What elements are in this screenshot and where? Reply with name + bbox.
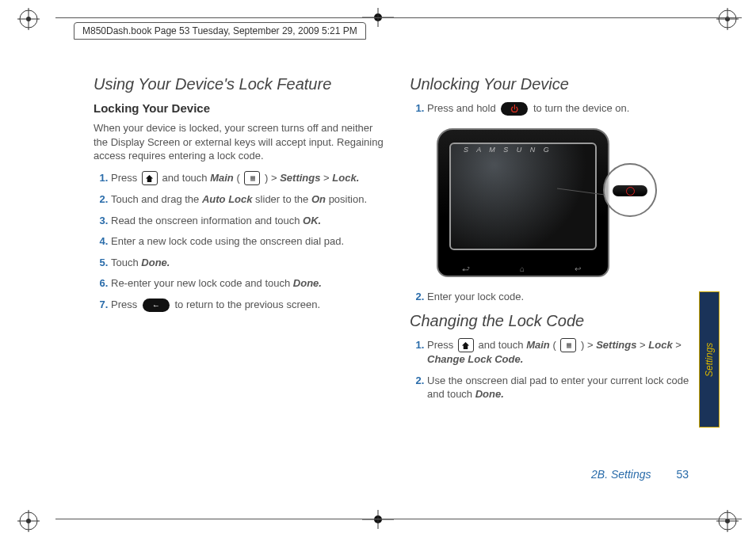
- page-root: M850Dash.book Page 53 Tuesday, September…: [0, 0, 756, 540]
- menu-main-label: Main: [526, 339, 550, 351]
- right-column: Unlocking Your Device Press and hold ⏻ t…: [410, 75, 701, 469]
- text: Re-enter your new lock code and touch: [111, 277, 293, 289]
- main-grid-icon: ▦: [244, 171, 260, 185]
- home-icon: [458, 338, 474, 352]
- phone-soft-keys: ⮐⌂↩: [462, 264, 581, 279]
- text: and touch: [478, 339, 526, 351]
- menu-lock-label: Lock.: [332, 172, 359, 184]
- footer-section-label: 2B. Settings: [591, 468, 651, 481]
- crop-mark-top-right: [716, 8, 739, 30]
- section-heading-lock-feature: Using Your Device's Lock Feature: [94, 75, 384, 93]
- text: to turn the device on.: [533, 102, 629, 114]
- unlocking-step-1: Press and hold ⏻ to turn the device on.: [427, 101, 701, 116]
- locking-step-2: Touch and drag the Auto Lock slider to t…: [111, 192, 384, 207]
- subsection-heading-locking: Locking Your Device: [94, 101, 384, 115]
- unlocking-steps-list-2: Enter your lock code.: [410, 290, 701, 304]
- power-symbol-icon: [626, 187, 635, 196]
- content-area: Using Your Device's Lock Feature Locking…: [94, 75, 701, 469]
- changing-step-2: Use the onscreen dial pad to enter your …: [427, 374, 701, 401]
- text: Touch and drag the: [111, 193, 202, 205]
- done-label: Done.: [293, 277, 322, 289]
- text: Press: [427, 339, 456, 351]
- svg-line-22: [557, 188, 605, 195]
- phone-brand-text: S A M S U N G: [464, 146, 552, 154]
- text: Use the onscreen dial pad to enter your …: [427, 375, 689, 401]
- power-button-icon: ⏻: [501, 102, 528, 116]
- menu-change-lock-code-label: Change Lock Code.: [427, 353, 523, 365]
- side-tab-settings: Settings: [699, 291, 720, 428]
- locking-steps-list: Press and touch Main ( ▦ ) > Settings > …: [94, 171, 384, 312]
- crop-mark-top-left: [17, 8, 40, 30]
- device-illustration: S A M S U N G ⮐⌂↩: [414, 124, 660, 282]
- footer-rule: [55, 519, 742, 519]
- back-arrow-icon: ←: [143, 299, 170, 312]
- locking-step-1: Press and touch Main ( ▦ ) > Settings > …: [111, 171, 384, 186]
- text: Press: [111, 172, 140, 184]
- power-button-closeup: [613, 185, 647, 196]
- spine-mark-bottom: [362, 510, 394, 532]
- locking-step-3: Read the onscreen information and touch …: [111, 214, 384, 228]
- menu-settings-label: Settings: [596, 339, 636, 351]
- text: Touch: [111, 257, 141, 268]
- main-grid-icon: ▦: [560, 338, 576, 352]
- locking-step-4: Enter a new lock code using the onscreen…: [111, 234, 384, 249]
- text: (: [236, 172, 242, 184]
- changing-code-steps-list: Press and touch Main ( ▦ ) > Settings > …: [410, 338, 701, 401]
- unlocking-steps-list: Press and hold ⏻ to turn the device on.: [410, 101, 701, 116]
- text: >: [675, 339, 682, 351]
- text: >: [640, 339, 648, 351]
- auto-lock-label: Auto Lock: [202, 193, 253, 205]
- crop-mark-bottom-right: [716, 510, 739, 532]
- crop-mark-bottom-left: [17, 510, 40, 532]
- text: and touch: [162, 172, 210, 184]
- text: position.: [329, 193, 367, 205]
- done-label: Done.: [475, 388, 504, 400]
- menu-settings-label: Settings: [280, 172, 320, 184]
- locking-step-7: Press ← to return to the previous screen…: [111, 298, 384, 312]
- text: >: [323, 172, 332, 184]
- text: Read the onscreen information and touch: [111, 215, 303, 226]
- done-label: Done.: [141, 257, 170, 268]
- on-label: On: [311, 193, 326, 205]
- section-heading-changing-code: Changing the Lock Code: [410, 312, 701, 330]
- text: ) >: [581, 339, 596, 351]
- spine-mark-top: [362, 8, 394, 30]
- unlocking-step-2: Enter your lock code.: [427, 290, 701, 304]
- menu-lock-label: Lock: [648, 339, 672, 351]
- text: (: [552, 339, 559, 351]
- footer-page-number: 53: [676, 468, 689, 481]
- locking-step-6: Re-enter your new lock code and touch Do…: [111, 276, 384, 291]
- power-button-callout: [603, 163, 657, 217]
- header-rule: [55, 17, 742, 18]
- home-icon: [142, 171, 158, 185]
- intro-paragraph: When your device is locked, your screen …: [94, 121, 384, 163]
- text: slider to the: [255, 193, 311, 205]
- page-footer: 2B. Settings 53: [591, 468, 689, 481]
- left-column: Using Your Device's Lock Feature Locking…: [94, 75, 384, 469]
- changing-step-1: Press and touch Main ( ▦ ) > Settings > …: [427, 338, 701, 367]
- text: Press and hold: [427, 102, 498, 114]
- section-heading-unlocking: Unlocking Your Device: [410, 75, 701, 93]
- locking-step-5: Touch Done.: [111, 256, 384, 270]
- text: ) >: [265, 172, 280, 184]
- document-meta-bar: M850Dash.book Page 53 Tuesday, September…: [74, 22, 366, 40]
- menu-main-label: Main: [210, 172, 234, 184]
- text: to return to the previous screen.: [174, 299, 320, 310]
- text: Press: [111, 299, 140, 310]
- ok-label: OK.: [303, 215, 321, 226]
